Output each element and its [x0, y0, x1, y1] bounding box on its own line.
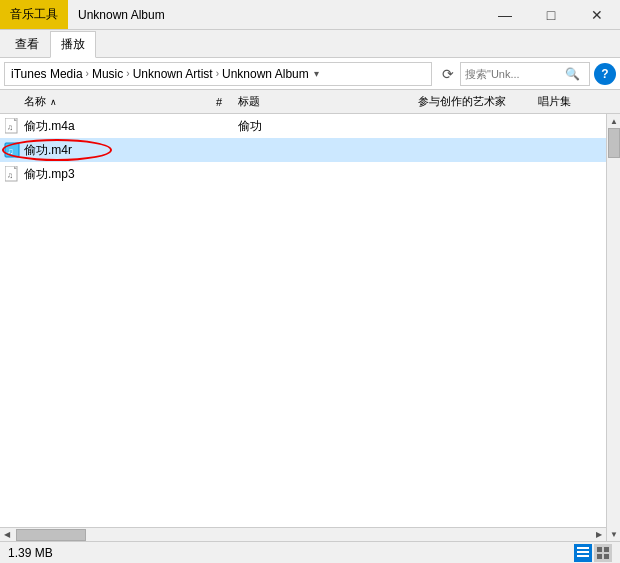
- col-header-artist[interactable]: 参与创作的艺术家: [414, 94, 534, 109]
- hscroll-right-arrow[interactable]: ▶: [592, 528, 606, 542]
- status-bar: 1.39 MB: [0, 541, 620, 563]
- file-name-cell: ♫偷功.m4a: [4, 118, 204, 135]
- breadcrumb-sep-1: ›: [126, 68, 129, 79]
- ribbon: 查看 播放: [0, 30, 620, 58]
- maximize-button[interactable]: □: [528, 0, 574, 30]
- hscroll-left-arrow[interactable]: ◀: [0, 528, 14, 542]
- search-icon: 🔍: [565, 67, 580, 81]
- help-button[interactable]: ?: [594, 63, 616, 85]
- svg-text:♫: ♫: [7, 123, 13, 132]
- col-header-album[interactable]: 唱片集: [534, 94, 614, 109]
- breadcrumb-item-3[interactable]: Unknown Album: [222, 67, 309, 81]
- breadcrumb-item-2[interactable]: Unknown Artist: [133, 67, 213, 81]
- file-name-cell: ♫偷功.mp3: [4, 166, 204, 183]
- music-tools-tab[interactable]: 音乐工具: [0, 0, 68, 29]
- svg-text:♫: ♫: [7, 171, 13, 180]
- breadcrumb-item-0[interactable]: iTunes Media: [11, 67, 83, 81]
- search-input[interactable]: [465, 68, 565, 80]
- hscroll-thumb[interactable]: [16, 529, 86, 541]
- scroll-up-arrow[interactable]: ▲: [607, 114, 620, 128]
- address-row: iTunes Media › Music › Unknown Artist › …: [0, 58, 620, 90]
- col-header-title[interactable]: 标题: [234, 94, 414, 109]
- scroll-thumb[interactable]: [608, 128, 620, 158]
- col-header-name[interactable]: 名称 ∧: [4, 94, 204, 109]
- table-row[interactable]: ♫偷功.mp3: [0, 162, 620, 186]
- refresh-button[interactable]: ⟳: [436, 62, 460, 86]
- svg-text:♫: ♫: [7, 146, 14, 156]
- status-text: 1.39 MB: [8, 546, 574, 560]
- table-row[interactable]: ♫偷功.m4r: [0, 138, 620, 162]
- title-bar: 音乐工具 Unknown Album — □ ✕: [0, 0, 620, 30]
- details-view-icon[interactable]: [574, 544, 592, 562]
- svg-rect-11: [597, 547, 602, 552]
- svg-rect-13: [597, 554, 602, 559]
- address-chevron-icon[interactable]: ▾: [309, 62, 325, 86]
- minimize-button[interactable]: —: [482, 0, 528, 30]
- file-title-cell: 偷功: [234, 118, 414, 135]
- file-name-label: 偷功.m4a: [24, 118, 75, 135]
- column-headers: 名称 ∧ # 标题 参与创作的艺术家 唱片集: [0, 90, 620, 114]
- breadcrumb-bar[interactable]: iTunes Media › Music › Unknown Artist › …: [4, 62, 432, 86]
- hscroll-track[interactable]: [14, 528, 592, 542]
- breadcrumb-item-1[interactable]: Music: [92, 67, 123, 81]
- svg-rect-10: [577, 555, 589, 557]
- svg-rect-14: [604, 554, 609, 559]
- scroll-down-arrow[interactable]: ▼: [607, 527, 620, 541]
- svg-rect-9: [577, 551, 589, 553]
- vertical-scrollbar[interactable]: ▲ ▼: [606, 114, 620, 541]
- breadcrumb-sep-0: ›: [86, 68, 89, 79]
- window-title: Unknown Album: [68, 0, 482, 29]
- col-header-hash[interactable]: #: [204, 96, 234, 108]
- large-icons-view-icon[interactable]: [594, 544, 612, 562]
- svg-rect-8: [577, 547, 589, 549]
- file-icon: ♫: [4, 118, 20, 134]
- breadcrumb-sep-2: ›: [216, 68, 219, 79]
- tab-view[interactable]: 查看: [4, 31, 50, 58]
- tab-play[interactable]: 播放: [50, 31, 96, 58]
- close-button[interactable]: ✕: [574, 0, 620, 30]
- sort-icon: ∧: [50, 97, 57, 107]
- window-controls: — □ ✕: [482, 0, 620, 29]
- table-row[interactable]: ♫偷功.m4a偷功: [0, 114, 620, 138]
- search-bar[interactable]: 🔍: [460, 62, 590, 86]
- svg-rect-12: [604, 547, 609, 552]
- horizontal-scrollbar[interactable]: ◀ ▶: [0, 527, 606, 541]
- file-icon: ♫: [4, 166, 20, 182]
- file-name-label: 偷功.m4r: [24, 142, 72, 159]
- file-list: ♫偷功.m4a偷功♫偷功.m4r♫偷功.mp3: [0, 114, 620, 517]
- file-icon: ♫: [4, 142, 20, 158]
- file-name-label: 偷功.mp3: [24, 166, 75, 183]
- file-name-cell: ♫偷功.m4r: [4, 142, 204, 159]
- view-toggle-icons: [574, 544, 612, 562]
